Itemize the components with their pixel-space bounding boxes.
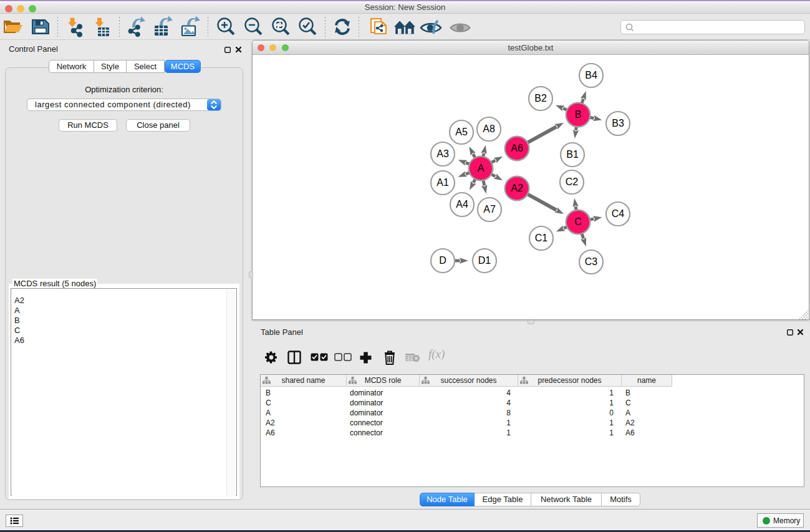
svg-text:B1: B1 [566, 149, 579, 160]
svg-text:B2: B2 [534, 93, 547, 104]
svg-text:A3: A3 [436, 148, 449, 159]
svg-text:A5: A5 [455, 127, 468, 137]
svg-text:A: A [478, 163, 485, 173]
svg-text:A6: A6 [511, 143, 523, 153]
svg-text:A2: A2 [511, 183, 523, 193]
svg-text:C3: C3 [585, 256, 598, 267]
svg-text:B: B [575, 109, 582, 120]
svg-text:A7: A7 [483, 204, 496, 215]
svg-text:B4: B4 [585, 70, 597, 80]
svg-text:D1: D1 [478, 255, 491, 266]
svg-text:C2: C2 [566, 177, 579, 187]
svg-text:A8: A8 [483, 123, 495, 134]
svg-text:C1: C1 [535, 233, 548, 243]
svg-text:D: D [439, 255, 446, 266]
svg-text:A1: A1 [436, 177, 449, 188]
svg-text:A4: A4 [456, 199, 468, 210]
svg-text:C4: C4 [612, 208, 625, 219]
svg-text:C: C [574, 216, 582, 227]
svg-text:B3: B3 [612, 118, 624, 128]
